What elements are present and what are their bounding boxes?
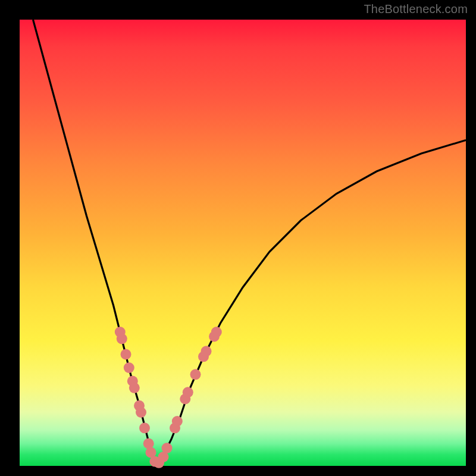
data-markers xyxy=(115,327,222,468)
data-marker xyxy=(139,422,150,433)
data-marker xyxy=(183,387,193,397)
watermark-text: TheBottleneck.com xyxy=(364,2,468,16)
plot-area xyxy=(20,20,466,466)
data-marker xyxy=(201,346,212,356)
data-marker xyxy=(172,416,183,427)
data-marker xyxy=(190,369,201,380)
data-marker xyxy=(136,407,146,418)
data-marker xyxy=(143,439,154,449)
data-marker xyxy=(117,333,127,344)
chart-frame: TheBottleneck.com xyxy=(0,0,476,476)
data-marker xyxy=(129,383,140,393)
data-marker xyxy=(121,349,131,360)
data-marker xyxy=(124,362,134,373)
data-marker xyxy=(211,327,222,337)
data-marker xyxy=(162,443,173,453)
chart-svg xyxy=(20,20,466,466)
bottleneck-curve xyxy=(33,20,466,464)
